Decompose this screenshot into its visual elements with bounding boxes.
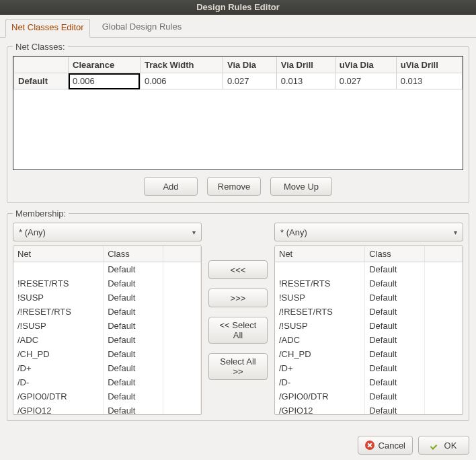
tab-global-design-rules[interactable]: Global Design Rules	[97, 19, 188, 38]
netclasses-row[interactable]: Default 0.006 0.006 0.027 0.013 0.027 0.…	[14, 73, 463, 89]
net-row[interactable]: /GPIO0/DTRDefault	[13, 389, 201, 404]
net-class: Default	[365, 389, 425, 404]
tab-net-classes-editor[interactable]: Net Classes Editor	[5, 19, 90, 38]
cell-via-dia[interactable]: 0.027	[223, 73, 276, 89]
left-col-spacer	[163, 246, 201, 262]
net-name: /!RESET/RTS	[13, 305, 104, 319]
net-name: /D-	[275, 375, 365, 389]
net-class: Default	[104, 404, 163, 414]
net-row[interactable]: /GPIO0/DTRDefault	[275, 389, 463, 404]
move-up-button[interactable]: Move Up	[270, 177, 332, 196]
net-row[interactable]: !RESET/RTSDefault	[13, 276, 201, 291]
net-row[interactable]: /ADCDefault	[275, 333, 463, 347]
net-row[interactable]: /!SUSPDefault	[275, 319, 463, 333]
net-row[interactable]: /ADCDefault	[13, 333, 201, 347]
window-titlebar: Design Rules Editor	[0, 0, 476, 15]
net-name: !SUSP	[13, 291, 104, 305]
net-row[interactable]: /!RESET/RTSDefault	[13, 305, 201, 319]
net-class: Default	[365, 333, 425, 347]
net-row[interactable]: !SUSPDefault	[13, 291, 201, 305]
net-row[interactable]: /D+Default	[13, 361, 201, 375]
membership-group: Membership: * (Any) ▾ Net Class	[7, 208, 469, 421]
net-name: /D-	[13, 375, 104, 389]
net-name: /GPIO12	[13, 404, 104, 414]
add-button[interactable]: Add	[144, 177, 198, 196]
net-class: Default	[365, 291, 425, 305]
left-col-net[interactable]: Net	[13, 246, 104, 262]
chevron-down-icon: ▾	[454, 229, 457, 236]
net-name	[275, 262, 365, 277]
move-left-button[interactable]: <<<	[208, 260, 268, 279]
net-class: Default	[104, 276, 163, 291]
net-row[interactable]: Default	[275, 262, 463, 277]
net-class: Default	[104, 389, 163, 404]
net-class: Default	[365, 319, 425, 333]
net-name: /ADC	[13, 333, 104, 347]
remove-button[interactable]: Remove	[207, 177, 261, 196]
net-row[interactable]: /D-Default	[13, 375, 201, 389]
cell-uvia-dia[interactable]: 0.027	[335, 73, 396, 89]
net-row[interactable]: /!SUSPDefault	[13, 319, 201, 333]
left-filter-value: * (Any)	[19, 227, 46, 237]
net-row[interactable]: Default	[13, 262, 201, 277]
net-name: /ADC	[275, 333, 365, 347]
net-name: /!SUSP	[275, 319, 365, 333]
net-row[interactable]: /CH_PDDefault	[275, 347, 463, 361]
left-col-class[interactable]: Class	[104, 246, 163, 262]
net-name: /D+	[13, 361, 104, 375]
net-class: Default	[104, 333, 163, 347]
net-class: Default	[365, 276, 425, 291]
dialog-button-bar: Cancel OK	[0, 432, 476, 460]
col-track-width: Track Width	[140, 57, 223, 73]
chevron-down-icon: ▾	[192, 229, 196, 236]
netclasses-corner	[14, 57, 69, 73]
net-row[interactable]: /CH_PDDefault	[13, 347, 201, 361]
left-filter-dropdown[interactable]: * (Any) ▾	[13, 223, 202, 241]
net-name: /GPIO0/DTR	[13, 389, 104, 404]
cell-via-drill[interactable]: 0.013	[276, 73, 335, 89]
net-class: Default	[365, 375, 425, 389]
net-name: /CH_PD	[275, 347, 365, 361]
right-col-class[interactable]: Class	[365, 246, 425, 262]
cell-clearance[interactable]: 0.006	[69, 73, 141, 89]
netclasses-legend: Net Classes:	[13, 42, 68, 52]
net-class: Default	[104, 347, 163, 361]
window-title: Design Rules Editor	[196, 2, 280, 12]
net-name	[13, 262, 104, 277]
net-row[interactable]: /GPIO12Default	[13, 404, 201, 414]
right-net-listbox[interactable]: Net Class Default!RESET/RTSDefault!SUSPD…	[275, 246, 463, 414]
net-class: Default	[104, 291, 163, 305]
net-row[interactable]: /!RESET/RTSDefault	[275, 305, 463, 319]
net-row[interactable]: !SUSPDefault	[275, 291, 463, 305]
net-name: !SUSP	[275, 291, 365, 305]
net-class: Default	[365, 404, 425, 414]
right-col-net[interactable]: Net	[275, 246, 365, 262]
cell-track-width[interactable]: 0.006	[140, 73, 223, 89]
right-col-spacer	[425, 246, 463, 262]
net-row[interactable]: /D-Default	[275, 375, 463, 389]
ok-icon	[431, 440, 440, 450]
right-filter-value: * (Any)	[280, 227, 307, 237]
net-class: Default	[365, 347, 425, 361]
net-row[interactable]: /GPIO12Default	[275, 404, 463, 414]
ok-button[interactable]: OK	[418, 436, 469, 455]
cell-uvia-drill[interactable]: 0.013	[396, 73, 462, 89]
net-row[interactable]: /D+Default	[275, 361, 463, 375]
select-all-left-button[interactable]: << Select All	[208, 317, 268, 344]
col-clearance: Clearance	[69, 57, 141, 73]
col-uvia-dia: uVia Dia	[335, 57, 396, 73]
right-filter-dropdown[interactable]: * (Any) ▾	[274, 223, 463, 241]
cancel-icon	[365, 440, 374, 450]
row-name[interactable]: Default	[14, 73, 69, 89]
net-name: /GPIO0/DTR	[275, 389, 365, 404]
net-class: Default	[365, 361, 425, 375]
net-row[interactable]: !RESET/RTSDefault	[275, 276, 463, 291]
left-net-listbox[interactable]: Net Class Default!RESET/RTSDefault!SUSPD…	[13, 246, 201, 414]
cancel-button[interactable]: Cancel	[358, 436, 413, 455]
net-class: Default	[104, 375, 163, 389]
netclasses-table[interactable]: Clearance Track Width Via Dia Via Drill …	[13, 56, 463, 89]
select-all-right-button[interactable]: Select All >>	[208, 353, 268, 380]
move-right-button[interactable]: >>>	[208, 289, 268, 307]
net-class: Default	[104, 262, 163, 277]
col-uvia-drill: uVia Drill	[396, 57, 462, 73]
